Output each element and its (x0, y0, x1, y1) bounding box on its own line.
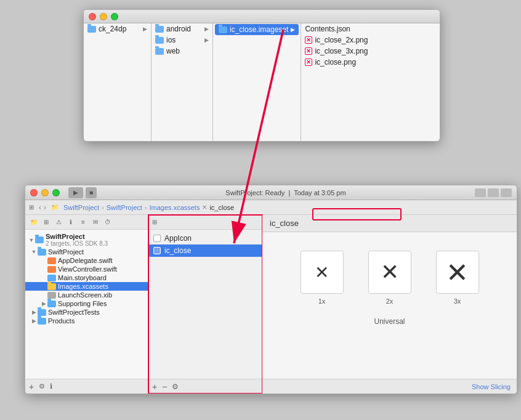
finder-item-close2x[interactable]: ✕ ic_close_2x.png (301, 34, 440, 46)
tree-images-xcassets[interactable]: Images.xcassets (25, 282, 148, 291)
file-list-toolbar: ⊞ (148, 215, 262, 230)
tree-root[interactable]: ▼ SwiftProject 2 targets, iOS SDK 8.3 (25, 232, 148, 248)
file-x-icon: ✕ (305, 59, 312, 66)
tree-supporting-files[interactable]: ▶ Supporting Files (25, 299, 148, 308)
sidebar-search-icon[interactable]: ⊞ (41, 217, 51, 227)
file-list-content: AppIcon ic_close (148, 230, 262, 379)
tree-viewcontroller[interactable]: ViewController.swift (25, 265, 148, 273)
sidebar-info-icon[interactable]: ℹ (66, 217, 76, 227)
close-button[interactable] (89, 13, 96, 20)
xcode-minimize-button[interactable] (41, 189, 49, 196)
file-list-footer: + − ⚙ (148, 379, 262, 394)
breadcrumb-ic-close[interactable]: ic_close (209, 204, 234, 211)
tree-item-label: AppDelegate.swift (58, 257, 113, 264)
sidebar-clock-icon[interactable]: ⏱ (103, 217, 113, 227)
show-slicing-button[interactable]: Show Slicing (472, 383, 511, 390)
file-list-icclose[interactable]: ic_close (148, 244, 262, 257)
finder-item-close3x[interactable]: ✕ ic_close_3x.png (301, 46, 440, 57)
grid-view-icon[interactable]: ⊞ (152, 219, 157, 225)
nav-forward-button[interactable]: › (44, 203, 46, 212)
tree-appdelegate[interactable]: AppDelegate.swift (25, 256, 148, 265)
file-x-icon: ✕ (305, 47, 312, 55)
tree-item-label: Images.xcassets (58, 283, 108, 290)
breadcrumb-swiftproject2[interactable]: SwiftProject (107, 204, 142, 211)
finder-col-1: ck_24dp ▶ (84, 23, 151, 141)
xib-icon (47, 292, 56, 299)
tree-swiftproject[interactable]: ▼ SwiftProject (25, 248, 148, 256)
sidebar-warning-icon[interactable]: ⚠ (54, 217, 63, 227)
xcode-zoom-button[interactable] (52, 189, 60, 196)
add-asset-button[interactable]: + (152, 382, 157, 392)
xcode-file-list: ⊞ AppIcon ic_close + − ⚙ (148, 215, 262, 394)
nav-back-button[interactable]: ‹ (39, 203, 41, 212)
tree-root-label: SwiftProject (46, 233, 108, 240)
asset-slot-box-1x[interactable]: ✕ (301, 251, 344, 294)
tree-mainstoryboard[interactable]: Main.storyboard (25, 273, 148, 282)
asset-slot-1x: ✕ 1x (301, 251, 344, 305)
breadcrumb-close-x[interactable]: ✕ (202, 204, 207, 211)
sidebar-folder-icon[interactable]: 📁 (29, 217, 39, 227)
sidebar-list-icon[interactable]: ≡ (78, 217, 88, 227)
asset-slot-3x: ✕ 3x (436, 251, 479, 305)
tree-root-subtitle: 2 targets, iOS SDK 8.3 (46, 240, 108, 247)
tree-item-label: SwiftProjectTests (48, 309, 100, 316)
breadcrumb-swiftproject1[interactable]: SwiftProject (63, 204, 99, 211)
finder-item-imageset[interactable]: ic_close.imageset ▶ (215, 24, 299, 35)
filter-footer-icon[interactable]: ⚙ (39, 382, 45, 390)
folder-icon (35, 236, 44, 243)
folder-icon (47, 301, 56, 307)
swift-icon (47, 257, 56, 264)
tree-products[interactable]: ▶ Products (25, 317, 148, 325)
folder-icon (87, 26, 96, 33)
asset-slot-box-2x[interactable]: ✕ (368, 251, 411, 294)
asset-slot-box-3x[interactable]: ✕ (436, 251, 479, 294)
file-list-appicon[interactable]: AppIcon (148, 232, 262, 244)
finder-item-label: ic_close.png (315, 58, 356, 67)
tree-item-label: LaunchScreen.xib (58, 291, 112, 299)
layout-icon-2[interactable] (488, 188, 499, 197)
finder-item-android[interactable]: android ▶ (151, 23, 212, 34)
add-footer-icon[interactable]: + (29, 382, 34, 392)
finder-item-ck24dp[interactable]: ck_24dp ▶ (84, 23, 151, 34)
info-footer-icon[interactable]: ℹ (50, 382, 52, 390)
sidebar-chat-icon[interactable]: ✉ (91, 217, 100, 227)
xcode-titlebar: ▶ ■ SwiftProject: Ready | Today at 3:05 … (25, 185, 517, 200)
nav-grid-icon[interactable]: ⊞ (29, 204, 34, 211)
finder-item-label: Contents.json (305, 25, 350, 33)
settings-asset-button[interactable]: ⚙ (172, 382, 179, 391)
folder-icon (155, 26, 164, 33)
asset-name-header: ic_close (270, 219, 299, 228)
minimize-button[interactable] (100, 13, 107, 20)
tree-item-label: Supporting Files (58, 300, 107, 307)
finder-item-label: ic_close_3x.png (315, 47, 368, 55)
finder-item-web[interactable]: web (151, 46, 212, 57)
sidebar-content: ▼ SwiftProject 2 targets, iOS SDK 8.3 ▼ … (25, 230, 148, 379)
file-x-icon: ✕ (305, 36, 312, 44)
folder-icon (155, 37, 164, 44)
breadcrumb-images[interactable]: Images.xcassets (150, 204, 200, 211)
tree-launchscreen[interactable]: LaunchScreen.xib (25, 291, 148, 299)
finder-item-ios[interactable]: ios ▶ (151, 34, 212, 46)
finder-item-contentsjson[interactable]: Contents.json (301, 23, 440, 34)
layout-icon-1[interactable] (475, 188, 486, 197)
finder-item-close[interactable]: ✕ ic_close.png (301, 57, 440, 68)
asset-slot-2x: ✕ 2x (368, 251, 411, 305)
zoom-button[interactable] (111, 13, 118, 20)
folder-icon (38, 249, 46, 256)
xcode-sidebar: 📁 ⊞ ⚠ ℹ ≡ ✉ ⏱ ▼ SwiftProject 2 targets, … (25, 215, 148, 394)
expand-icon: ▶ (40, 301, 47, 307)
folder-icon (219, 26, 227, 33)
file-item-label: ic_close (164, 246, 191, 255)
breadcrumb-sep-1: 📁 (51, 204, 59, 211)
xcode-close-button[interactable] (30, 189, 38, 196)
arrow-right-icon: ▶ (143, 26, 147, 32)
run-button[interactable]: ▶ (68, 187, 83, 198)
expand-icon: ▼ (28, 237, 35, 243)
finder-col-4: Contents.json ✕ ic_close_2x.png ✕ ic_clo… (301, 23, 440, 141)
tree-swiftprojecttests[interactable]: ▶ SwiftProjectTests (25, 308, 148, 317)
file-item-label: AppIcon (164, 234, 192, 243)
finder-content: ck_24dp ▶ android ▶ ios ▶ web (84, 23, 440, 141)
layout-icon-3[interactable] (501, 188, 512, 197)
stop-button[interactable]: ■ (86, 187, 97, 198)
remove-asset-button[interactable]: − (162, 382, 167, 392)
